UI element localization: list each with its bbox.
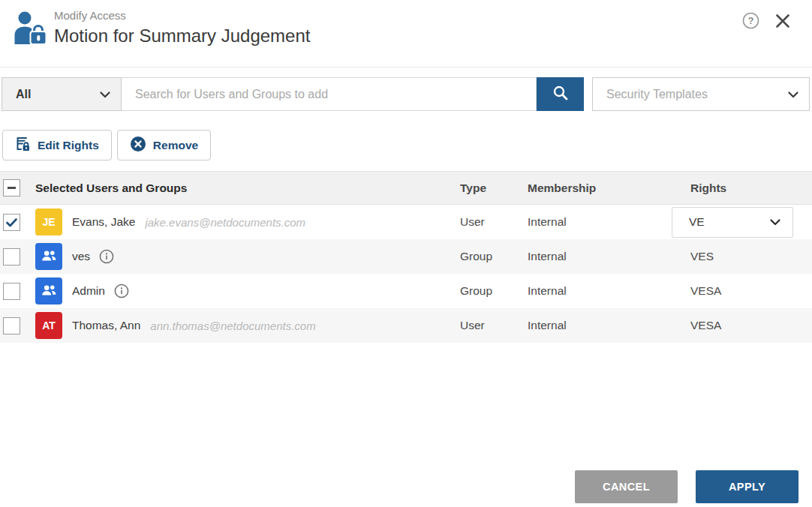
help-icon[interactable]: ? [742,12,759,29]
table-row[interactable]: JE Evans, Jake jake.evan [0,205,812,239]
row-email: ann.thomas@netdocuments.com [150,320,315,332]
edit-rights-button[interactable]: Edit Rights [2,130,112,160]
svg-text:?: ? [748,16,754,26]
modify-access-dialog: Modify Access Motion for Summary Judgeme… [0,0,812,507]
scope-filter-value: All [16,88,31,101]
avatar [35,278,62,304]
row-name: Thomas, Ann [72,319,140,332]
row-membership: Internal [523,284,666,298]
chevron-down-icon [100,88,110,101]
apply-button[interactable]: APPLY [696,470,798,503]
row-membership: Internal [523,319,666,332]
access-table: Selected Users and Groups Type Membershi… [0,171,812,343]
column-header-rights: Rights [666,182,812,195]
rights-select-value: VE [689,215,705,229]
info-icon[interactable] [114,284,129,298]
row-checkbox[interactable] [3,283,20,300]
table-row[interactable]: ves Group Internal VES [0,239,812,274]
avatar [35,243,62,270]
row-type: Group [454,284,523,298]
row-checkbox[interactable] [3,214,20,231]
search-row: All Security Templates [2,77,810,111]
avatar: JE [35,208,62,236]
selection-toolbar: Edit Rights Remove [2,130,812,160]
row-membership: Internal [523,250,666,263]
select-all-checkbox[interactable] [3,179,20,196]
row-type: Group [454,250,523,263]
rights-text: VESA [666,284,721,298]
scope-filter-select[interactable]: All [2,77,122,111]
group-icon [40,281,58,302]
security-templates-value: Security Templates [606,88,708,101]
chevron-down-icon [770,215,780,229]
row-membership: Internal [523,215,666,229]
row-email: jake.evans@netdocuments.com [145,216,305,229]
table-row[interactable]: Admin Group Internal VESA [0,274,812,308]
remove-label: Remove [153,139,198,152]
row-type: User [454,215,523,229]
dialog-subtitle: Modify Access [54,8,742,24]
user-lock-icon [11,10,47,45]
column-header-type: Type [454,182,523,195]
row-checkbox[interactable] [3,248,20,266]
rights-select[interactable]: VE [672,207,793,238]
search-icon [552,84,570,104]
avatar-initials: AT [42,320,56,332]
remove-icon [130,136,146,155]
search-input[interactable] [122,77,537,111]
avatar-initials: JE [42,216,55,228]
dialog-header: Modify Access Motion for Summary Judgeme… [0,0,812,68]
row-name: Admin [72,284,105,298]
chevron-down-icon [788,88,798,101]
row-name: ves [72,250,90,263]
edit-rights-icon [15,136,31,154]
security-templates-select[interactable]: Security Templates [592,77,810,111]
table-header-row: Selected Users and Groups Type Membershi… [0,171,812,205]
rights-text: VES [666,250,714,263]
table-row[interactable]: AT Thomas, Ann ann.thoma [0,308,812,343]
info-icon[interactable] [99,249,114,264]
row-name: Evans, Jake [72,215,135,229]
cancel-button[interactable]: CANCEL [575,470,678,503]
group-icon [40,247,58,267]
avatar: AT [35,312,62,339]
search-button[interactable] [537,77,584,111]
close-icon[interactable] [774,13,791,29]
row-checkbox[interactable] [3,317,20,334]
dialog-footer: CANCEL APPLY [575,470,798,503]
column-header-membership: Membership [523,182,666,195]
column-header-name: Selected Users and Groups [35,182,454,195]
remove-button[interactable]: Remove [117,130,211,160]
table-body: JE Evans, Jake jake.evan [0,205,812,343]
edit-rights-label: Edit Rights [38,139,99,152]
rights-text: VESA [666,319,721,332]
row-type: User [454,319,523,332]
page-title: Motion for Summary Judgement [54,24,742,48]
